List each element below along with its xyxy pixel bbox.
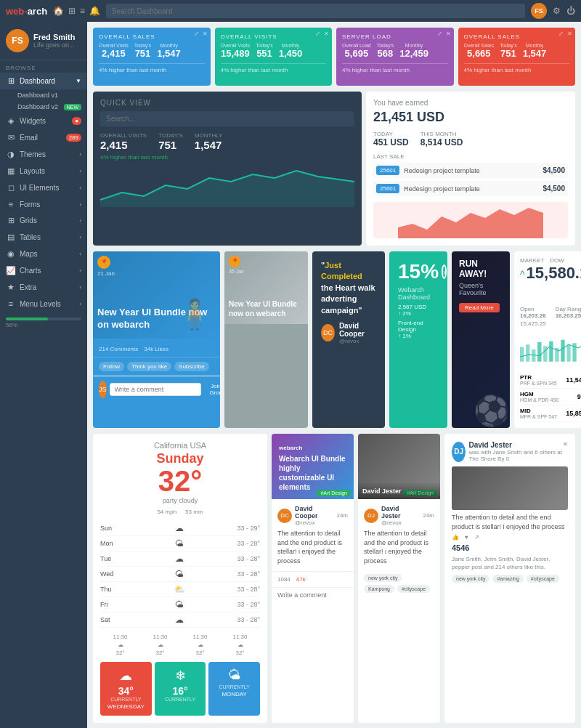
tag-subscribe[interactable]: Subscribe <box>174 362 209 371</box>
stat-label: Monthly <box>399 43 428 48</box>
author-handle: @revox <box>339 338 376 344</box>
progress-bar-bg <box>6 318 81 320</box>
sidebar-item-extra[interactable]: ★ Extra › <box>0 279 87 296</box>
quick-view-search[interactable] <box>100 111 354 126</box>
month-col: THIS MONTH 8,514 USD <box>420 131 463 147</box>
svg-marker-0 <box>100 171 354 207</box>
hour-icon: ☁ <box>237 642 243 648</box>
forecast-icon: ☁ <box>172 523 187 533</box>
weather-mini-wed: ☁ 34° CURRENTLY WEDNESDAY <box>100 662 152 716</box>
logo: web-arch <box>6 6 47 17</box>
close-icon[interactable]: ✕ <box>446 31 451 37</box>
stat-title: OVERALL VISITS <box>221 33 327 40</box>
sidebar-item-dashboard[interactable]: ⊞ Dashboard ▼ <box>0 73 87 89</box>
tag-1[interactable]: new york city <box>452 575 489 583</box>
read-more-link[interactable]: Read More <box>459 302 503 311</box>
author-avatar: DC <box>321 324 335 341</box>
location-tag-1[interactable]: new york city <box>364 574 402 582</box>
widgets-badge: ● <box>72 117 81 125</box>
expand-icon[interactable]: ⤢ <box>558 31 564 37</box>
home-icon[interactable]: 🏠 <box>53 6 64 16</box>
market-price: 15,580.11 <box>527 264 581 283</box>
sale-amount: $4,500 <box>543 166 565 174</box>
hourly-4: 11:30 ☁ 32° <box>232 634 247 656</box>
settings-icon[interactable]: ⚙ <box>553 6 561 16</box>
market-row-2: HGM HGM & PDR 490 9,500 +188.2 <box>520 389 581 405</box>
stat-value: 2,415 <box>99 48 129 59</box>
last-sale-label: LAST SALE <box>373 153 568 160</box>
menu-icon[interactable]: ≡ <box>80 6 85 16</box>
forecast-range: 33 - 28° <box>237 570 260 578</box>
forecast-range: 33 - 28° <box>237 601 260 608</box>
post-author-name: David Cooper <box>295 505 333 519</box>
sidebar-item-themes[interactable]: ◑ Themes › <box>0 146 87 163</box>
close-val: 15,425.25 <box>520 320 546 327</box>
mini-temp: 16° <box>161 685 200 697</box>
progress-bar-fill <box>6 318 48 320</box>
mini-icon: 🌤 <box>214 668 254 683</box>
location-tag-3[interactable]: #cityscape <box>397 585 430 593</box>
svg-rect-10 <box>566 344 570 361</box>
sidebar-item-ui-elements[interactable]: ◻ UI Elements › <box>0 179 87 196</box>
post-author-avatar: DC <box>277 509 292 523</box>
middle-row: QUICK VIEW Overall Visits 2,415 Today's … <box>93 92 575 246</box>
sidebar-item-email[interactable]: ✉ Email 289 <box>0 129 87 146</box>
close-icon[interactable]: ✕ <box>324 31 329 37</box>
symbol: MID <box>520 408 566 414</box>
power-icon[interactable]: ⏻ <box>566 6 575 16</box>
read-more-button[interactable]: Read More <box>459 303 500 312</box>
tag-2[interactable]: #amazing <box>492 575 523 583</box>
tag-think[interactable]: Think you like <box>127 362 171 371</box>
sidebar-item-widgets[interactable]: ◈ Widgets ● <box>0 113 87 129</box>
close-icon[interactable]: ✕ <box>567 31 572 37</box>
arrow-icon: › <box>79 168 81 174</box>
search-input[interactable] <box>106 4 525 18</box>
mini-label: CURRENTLY <box>214 684 254 689</box>
location-tag-2[interactable]: Kampong <box>364 585 394 593</box>
close-icon[interactable]: ✕ <box>563 441 568 448</box>
grids-icon: ⊞ <box>6 216 16 225</box>
percent-value: 15% <box>398 260 439 283</box>
stat-value: 751 <box>158 139 183 151</box>
charts-icon: 📈 <box>6 266 16 275</box>
expand-icon[interactable]: ⤢ <box>437 31 442 37</box>
forecast-fri: Fri 🌤 33 - 28° <box>100 597 260 612</box>
mini-icon: ❄ <box>161 668 200 684</box>
stat-value: 1,547 <box>523 48 547 59</box>
sidebar-item-menu-levels[interactable]: ≡ Menu Levels › <box>0 296 87 312</box>
forecast-sat: Sat ☁ 33 - 28° <box>100 612 260 628</box>
bell-icon[interactable]: 🔔 <box>89 6 100 16</box>
hour-temp: 32° <box>155 650 164 656</box>
sidebar-item-forms[interactable]: ≡ Forms › <box>0 196 87 212</box>
tag-follow[interactable]: Follow <box>99 362 124 371</box>
tag-3[interactable]: #cityscape <box>527 575 559 583</box>
sidebar-item-maps[interactable]: ◉ Maps › <box>0 246 87 262</box>
stat-cards-row: OVERALL SALES Overall Visits 2,415 Today… <box>93 28 575 86</box>
expand-icon[interactable]: ⤢ <box>194 31 199 37</box>
comment-input[interactable] <box>110 383 201 396</box>
mini-icon: ☁ <box>106 668 146 684</box>
grid-icon[interactable]: ⊞ <box>68 6 76 16</box>
mini-day: MONDAY <box>214 691 254 697</box>
sidebar-item-charts[interactable]: 📈 Charts › <box>0 262 87 279</box>
sidebar-item-tables[interactable]: ▤ Tables › <box>0 229 87 246</box>
stat-title: OVERALL SALES <box>99 33 205 40</box>
like-icon: 👍 <box>452 534 459 541</box>
close-icon[interactable]: ✕ <box>203 31 208 37</box>
sidebar-item-dashboard-v1[interactable]: Dashboard v1 <box>12 89 87 101</box>
market-val2: 9,500 <box>577 393 581 400</box>
user-avatar[interactable]: FS <box>531 3 547 19</box>
img-caption: David Jester <box>362 488 402 495</box>
blog-blue-card: 📍 21 Jan New Year UI Bundle now on webar… <box>93 251 220 428</box>
sidebar-item-grids[interactable]: ⊞ Grids › <box>0 212 87 229</box>
sidebar-item-dashboard-v2[interactable]: Dashboard v2 NEW <box>12 101 87 113</box>
post-comment-input[interactable] <box>272 587 354 602</box>
month-val: 8,514 USD <box>420 137 463 147</box>
sidebar-item-layouts[interactable]: ▦ Layouts › <box>0 163 87 179</box>
join-group-button[interactable]: Joing Group <box>204 381 220 398</box>
sidebar-label: Extra <box>20 283 36 291</box>
sidebar-label: Forms <box>20 201 40 209</box>
stat-label: Overall Load <box>342 43 371 48</box>
expand-icon[interactable]: ⤢ <box>315 31 320 37</box>
stat-nums: Overall Visits 2,415 Today's 751 Monthly… <box>99 43 205 59</box>
